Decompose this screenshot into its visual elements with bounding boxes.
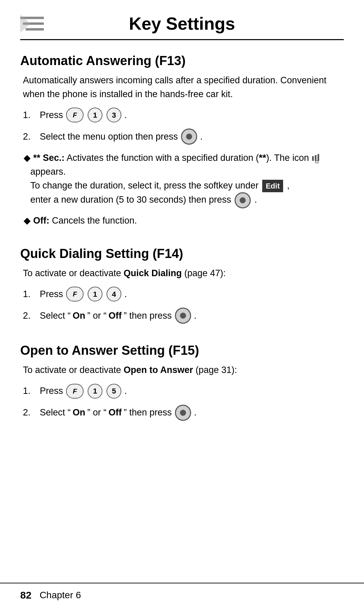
step-1-quick: 1. Press F 1 4 . xyxy=(20,287,344,301)
bullet-off-1: Off: Cancels the function. xyxy=(20,214,344,228)
step-2-quick-number: 2. xyxy=(23,309,36,323)
key-1-btn-2: 1 xyxy=(88,287,102,301)
section-intro-auto-answering: Automatically answers incoming calls aft… xyxy=(20,74,344,101)
section-intro-open: To activate or deactivate Open to Answer… xyxy=(20,363,344,377)
key-center-btn-2 xyxy=(235,192,251,208)
key-1-btn-3: 1 xyxy=(88,384,102,399)
open-intro-post: (page 31): xyxy=(193,365,237,375)
step-1-auto-text: Press xyxy=(40,108,63,122)
step-2-open-post: ” then press xyxy=(124,406,172,420)
bullet-sec-label: ** Sec.: xyxy=(33,153,65,163)
step-2-quick-post: ” then press xyxy=(124,309,172,323)
key-center-btn-3 xyxy=(175,308,191,324)
step-2-auto-text: Select the menu option then press xyxy=(40,130,178,144)
step-2-open-content: Select “On” or “Off” then press . xyxy=(40,405,196,421)
bullet-sec-text1: Activates the function with a specified … xyxy=(67,153,259,163)
step-2-open-number: 2. xyxy=(23,406,36,420)
bullet-sec-text2: ). The icon xyxy=(266,153,312,163)
key-f-btn-3: F xyxy=(66,384,84,399)
step-2-open-mid: ” or “ xyxy=(87,406,107,420)
page-container: Key Settings Automatic Answering (F13) A… xyxy=(0,0,364,607)
step-2-quick-off: Off xyxy=(109,309,122,323)
bullet-sec-period: . xyxy=(254,195,257,205)
step-1-quick-text: Press xyxy=(40,287,63,301)
step-1-quick-number: 1. xyxy=(23,287,36,301)
step-1-open: 1. Press F 1 5 . xyxy=(20,384,344,399)
bullet-sec-appears: appears. xyxy=(30,167,66,177)
step-2-quick-on: On xyxy=(73,309,86,323)
bullet-sec-asterisk: ** xyxy=(259,152,266,163)
key-5-btn: 5 xyxy=(107,384,121,399)
step-1-auto-number: 1. xyxy=(23,108,36,122)
edit-label: Edit xyxy=(262,180,283,192)
key-center-btn-4 xyxy=(175,405,191,421)
step-1-quick-period: . xyxy=(124,287,127,301)
key-center-dot-1 xyxy=(186,134,192,140)
key-4-btn: 4 xyxy=(107,287,121,301)
step-2-auto-period: . xyxy=(200,130,203,144)
step-1-auto-period: . xyxy=(124,108,127,122)
bullet-sec-change-text: To change the duration, select it, press… xyxy=(30,180,261,191)
key-center-dot-4 xyxy=(180,410,186,416)
step-2-quick-content: Select “On” or “Off” then press . xyxy=(40,308,196,324)
bullet-sec-duration-text: enter a new duration (5 to 30 seconds) t… xyxy=(30,195,234,205)
step-2-open: 2. Select “On” or “Off” then press . xyxy=(20,405,344,421)
quick-intro-pre: To activate or deactivate xyxy=(23,268,124,278)
logo-icon xyxy=(20,15,44,33)
section-quick-dialing: Quick Dialing Setting (F14) To activate … xyxy=(20,247,344,330)
step-2-open-period: . xyxy=(194,406,197,420)
bullet-off-1-text: Cancels the function. xyxy=(52,215,137,226)
step-2-auto: 2. Select the menu option then press . xyxy=(20,128,344,145)
step-2-quick: 2. Select “On” or “Off” then press . xyxy=(20,308,344,324)
bullet-sec-enter-text: , xyxy=(287,180,290,191)
svg-rect-5 xyxy=(315,155,316,161)
section-open-answer: Open to Answer Setting (F15) To activate… xyxy=(20,343,344,427)
step-2-open-pre: Select “ xyxy=(40,406,71,420)
step-2-open-on: On xyxy=(73,406,86,420)
page-title: Key Settings xyxy=(54,13,310,34)
step-1-open-number: 1. xyxy=(23,384,36,398)
section-title-auto-answering: Automatic Answering (F13) xyxy=(20,54,344,68)
key-3-btn-1: 3 xyxy=(107,108,121,122)
section-intro-quick: To activate or deactivate Quick Dialing … xyxy=(20,266,344,280)
section-title-quick: Quick Dialing Setting (F14) xyxy=(20,247,344,261)
key-f-btn-2: F xyxy=(66,287,84,301)
quick-intro-bold: Quick Dialing xyxy=(124,268,182,278)
step-1-auto-content: Press F 1 3 . xyxy=(40,108,127,122)
page-footer: 82 Chapter 6 xyxy=(0,583,364,607)
step-2-quick-mid: ” or “ xyxy=(87,309,107,323)
step-2-quick-period: . xyxy=(194,309,197,323)
key-f-btn-1: F xyxy=(66,108,84,122)
step-2-auto-number: 2. xyxy=(23,130,36,144)
section-auto-answering: Automatic Answering (F13) Automatically … xyxy=(20,54,344,233)
step-1-open-content: Press F 1 5 . xyxy=(40,384,127,399)
key-center-dot-2 xyxy=(240,197,246,203)
svg-rect-7 xyxy=(315,161,318,163)
step-1-auto: 1. Press F 1 3 . xyxy=(20,108,344,122)
key-center-btn-1 xyxy=(181,128,197,145)
svg-rect-4 xyxy=(312,156,314,161)
open-intro-pre: To activate or deactivate xyxy=(23,365,124,375)
key-1-btn-1: 1 xyxy=(88,108,102,122)
open-intro-bold: Open to Answer xyxy=(124,365,193,375)
step-2-auto-content: Select the menu option then press . xyxy=(40,128,203,145)
step-1-open-period: . xyxy=(124,384,127,398)
step-1-open-text: Press xyxy=(40,384,63,398)
svg-rect-6 xyxy=(317,154,319,161)
quick-intro-post: (page 47): xyxy=(182,268,226,278)
signal-icon xyxy=(311,153,322,164)
step-2-quick-pre: Select “ xyxy=(40,309,71,323)
key-center-dot-3 xyxy=(180,313,186,319)
step-2-open-off: Off xyxy=(109,406,122,420)
bullet-off-1-label: Off: xyxy=(33,215,50,226)
step-1-quick-content: Press F 1 4 . xyxy=(40,287,127,301)
page-header: Key Settings xyxy=(20,13,344,40)
bullet-sec: ** Sec.: Activates the function with a s… xyxy=(20,151,344,208)
section-title-open: Open to Answer Setting (F15) xyxy=(20,343,344,358)
footer-page-number: 82 xyxy=(20,589,31,601)
footer-chapter-label: Chapter 6 xyxy=(39,590,81,601)
